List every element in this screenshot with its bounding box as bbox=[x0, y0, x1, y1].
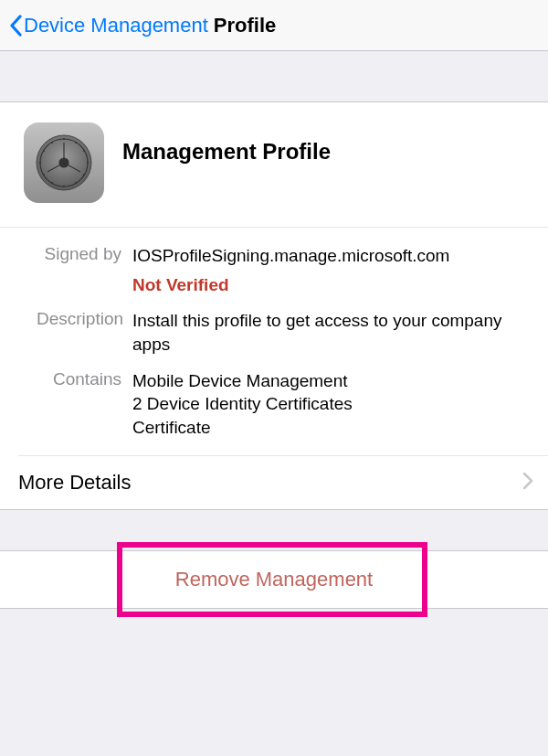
nav-bar: Device Management Profile bbox=[0, 0, 548, 51]
chevron-left-icon bbox=[7, 12, 24, 39]
chevron-right-icon bbox=[522, 472, 533, 494]
svg-point-6 bbox=[63, 138, 65, 140]
svg-point-11 bbox=[75, 182, 77, 184]
profile-header: Management Profile bbox=[0, 102, 548, 228]
description-value: Install this profile to get access to yo… bbox=[132, 309, 530, 356]
svg-point-15 bbox=[39, 162, 41, 164]
spacer bbox=[0, 510, 548, 550]
contains-row: Contains Mobile Device Management 2 Devi… bbox=[37, 369, 530, 440]
contains-line: 2 Device Identity Certificates bbox=[132, 392, 530, 416]
more-details-row[interactable]: More Details bbox=[0, 456, 548, 509]
remove-label: Remove Management bbox=[175, 568, 373, 591]
remove-management-button[interactable]: Remove Management bbox=[0, 550, 548, 609]
svg-point-10 bbox=[83, 174, 85, 176]
svg-point-16 bbox=[43, 150, 45, 152]
contains-line: Mobile Device Management bbox=[132, 369, 530, 393]
contains-value: Mobile Device Management 2 Device Identi… bbox=[132, 369, 530, 440]
signed-by-value: IOSProfileSigning.manage.microsoft.com N… bbox=[132, 244, 530, 296]
svg-point-12 bbox=[63, 186, 65, 187]
svg-point-13 bbox=[51, 182, 53, 184]
spacer bbox=[0, 51, 548, 101]
contains-line: Certificate bbox=[132, 416, 530, 440]
signer-text: IOSProfileSigning.manage.microsoft.com bbox=[132, 244, 530, 268]
detail-section: Signed by IOSProfileSigning.manage.micro… bbox=[18, 228, 548, 456]
signed-by-row: Signed by IOSProfileSigning.manage.micro… bbox=[37, 244, 530, 296]
svg-point-17 bbox=[51, 142, 53, 144]
page-title: Profile bbox=[214, 14, 276, 37]
description-label: Description bbox=[37, 309, 132, 356]
profile-card: Management Profile Signed by IOSProfileS… bbox=[0, 101, 548, 510]
profile-title: Management Profile bbox=[122, 139, 331, 165]
more-details-label: More Details bbox=[18, 471, 131, 495]
svg-point-14 bbox=[43, 174, 45, 176]
svg-point-7 bbox=[75, 142, 77, 144]
signed-by-label: Signed by bbox=[37, 244, 132, 296]
verification-status: Not Verified bbox=[132, 273, 530, 297]
back-label: Device Management bbox=[24, 14, 208, 37]
contains-label: Contains bbox=[37, 369, 132, 440]
back-button[interactable]: Device Management bbox=[7, 12, 208, 39]
gear-icon bbox=[24, 122, 104, 203]
svg-point-8 bbox=[83, 150, 85, 152]
description-row: Description Install this profile to get … bbox=[37, 309, 530, 356]
svg-point-9 bbox=[87, 162, 89, 164]
